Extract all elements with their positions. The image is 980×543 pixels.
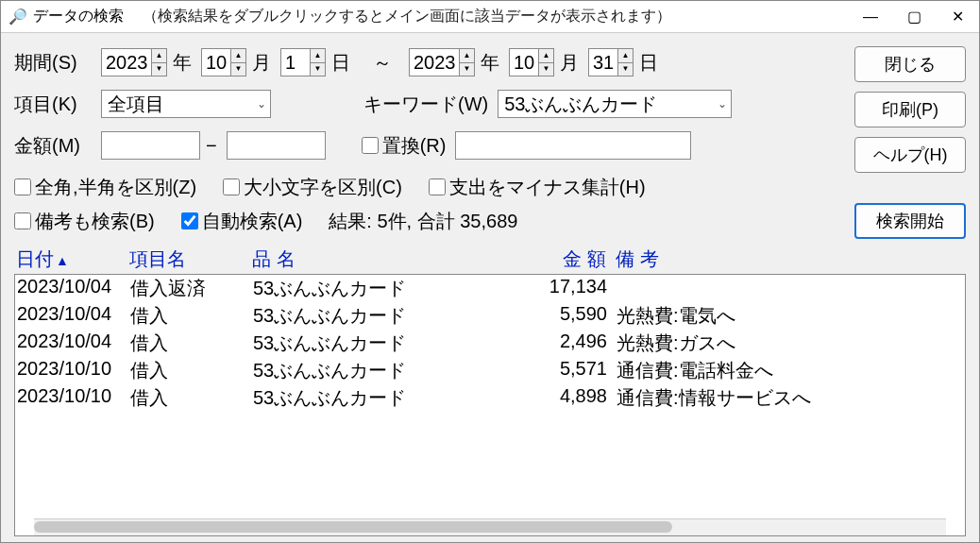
table-row[interactable]: 2023/10/04借入53ぶんぶんカード2,496光熱費:ガスへ: [15, 330, 965, 357]
down-icon[interactable]: ▼: [311, 63, 325, 76]
cell-item: 借入: [130, 358, 253, 383]
horizontal-scrollbar[interactable]: [34, 518, 946, 535]
up-icon[interactable]: ▲: [460, 49, 474, 63]
up-icon[interactable]: ▲: [539, 49, 553, 63]
table-row[interactable]: 2023/10/04借入53ぶんぶんカード5,590光熱費:電気へ: [15, 302, 965, 330]
unit-day: 日: [639, 50, 658, 76]
down-icon[interactable]: ▼: [231, 63, 245, 76]
chevron-down-icon: ⌄: [257, 97, 266, 110]
close-window-button[interactable]: ✕: [936, 1, 979, 33]
from-year-input[interactable]: [102, 49, 151, 76]
zenkaku-checkbox[interactable]: [14, 178, 31, 195]
to-month-stepper[interactable]: ▲▼: [509, 48, 554, 76]
down-icon[interactable]: ▼: [539, 63, 553, 76]
to-day-input[interactable]: [589, 49, 617, 76]
cell-memo: 光熱費:電気へ: [607, 303, 963, 329]
to-day-stepper[interactable]: ▲▼: [588, 48, 634, 76]
auto-checkbox[interactable]: [181, 212, 198, 229]
cell-date: 2023/10/10: [17, 385, 130, 411]
cell-item: 借入返済: [130, 276, 253, 301]
cell-amount: 2,496: [513, 331, 607, 356]
table-row[interactable]: 2023/10/10借入53ぶんぶんカード4,898通信費:情報サービスへ: [15, 384, 965, 412]
from-month-stepper[interactable]: ▲▼: [201, 48, 246, 76]
casesens-checkbox[interactable]: [223, 178, 240, 195]
cell-amount: 5,590: [513, 303, 607, 329]
unit-day: 日: [331, 50, 350, 76]
cell-name: 53ぶんぶんカード: [253, 385, 513, 411]
search-button[interactable]: 検索開始: [854, 203, 966, 239]
zenkaku-label: 全角,半角を区別(Z): [35, 175, 196, 200]
expminus-check[interactable]: 支出をマイナス集計(H): [429, 175, 646, 200]
to-month-input[interactable]: [510, 49, 538, 76]
unit-year: 年: [481, 50, 499, 76]
memo-checkbox[interactable]: [14, 212, 31, 229]
keyword-combo-value: 53ぶんぶんカード: [504, 92, 657, 117]
col-name[interactable]: 品 名: [252, 246, 512, 272]
zenkaku-check[interactable]: 全角,半角を区別(Z): [14, 175, 196, 200]
up-icon[interactable]: ▲: [231, 49, 245, 63]
from-day-input[interactable]: [281, 49, 310, 76]
memo-check[interactable]: 備考も検索(B): [14, 209, 155, 234]
unit-month: 月: [560, 50, 579, 76]
keyword-combo[interactable]: 53ぶんぶんカード ⌄: [498, 90, 732, 118]
cell-amount: 5,571: [513, 358, 607, 383]
grid-body[interactable]: 2023/10/04借入返済53ぶんぶんカード17,1342023/10/04借…: [14, 274, 966, 536]
cell-date: 2023/10/04: [17, 303, 130, 329]
up-icon[interactable]: ▲: [618, 49, 633, 63]
replace-check[interactable]: 置換(R): [362, 133, 447, 159]
from-month-input[interactable]: [202, 49, 230, 76]
cell-memo: 光熱費:ガスへ: [607, 331, 963, 356]
col-item[interactable]: 項目名: [129, 246, 252, 272]
up-icon[interactable]: ▲: [311, 49, 325, 63]
unit-month: 月: [252, 50, 271, 76]
titlebar: 🔎 データの検索 （検索結果をダブルクリックするとメイン画面に該当データが表示さ…: [1, 1, 979, 33]
period-tilde: ～: [373, 50, 392, 76]
to-year-stepper[interactable]: ▲▼: [409, 48, 475, 76]
table-row[interactable]: 2023/10/10借入53ぶんぶんカード5,571通信費:電話料金へ: [15, 357, 965, 384]
expminus-checkbox[interactable]: [429, 178, 446, 195]
auto-check[interactable]: 自動検索(A): [181, 209, 303, 234]
cell-date: 2023/10/04: [17, 276, 130, 301]
print-button[interactable]: 印刷(P): [854, 92, 966, 127]
maximize-button[interactable]: ▢: [892, 1, 936, 33]
cell-name: 53ぶんぶんカード: [253, 331, 513, 356]
col-amount[interactable]: 金 額: [512, 246, 606, 272]
amount-from-input[interactable]: [101, 131, 200, 160]
close-button[interactable]: 閉じる: [854, 46, 966, 82]
down-icon[interactable]: ▼: [152, 63, 166, 76]
result-text: 結果: 5件, 合計 35,689: [329, 209, 517, 234]
table-row[interactable]: 2023/10/04借入返済53ぶんぶんカード17,134: [15, 275, 965, 302]
item-combo[interactable]: 全項目 ⌄: [101, 90, 271, 118]
cell-date: 2023/10/10: [17, 358, 130, 383]
minimize-button[interactable]: —: [849, 1, 892, 33]
grid-header: 日付▲ 項目名 品 名 金 額 備 考: [14, 246, 966, 274]
casesens-label: 大小文字を区別(C): [244, 175, 402, 200]
amount-dash: −: [206, 135, 217, 157]
to-year-input[interactable]: [410, 49, 459, 76]
casesens-check[interactable]: 大小文字を区別(C): [223, 175, 402, 200]
replace-checkbox[interactable]: [362, 137, 379, 154]
cell-item: 借入: [130, 303, 253, 329]
up-icon[interactable]: ▲: [152, 49, 166, 63]
auto-label: 自動検索(A): [202, 209, 303, 234]
from-day-stepper[interactable]: ▲▼: [280, 48, 326, 76]
replace-input[interactable]: [455, 131, 691, 160]
scrollbar-thumb[interactable]: [34, 521, 672, 533]
cell-date: 2023/10/04: [17, 331, 130, 356]
cell-name: 53ぶんぶんカード: [253, 303, 513, 329]
down-icon[interactable]: ▼: [618, 63, 633, 76]
col-date[interactable]: 日付▲: [16, 246, 129, 272]
amount-to-input[interactable]: [227, 131, 326, 160]
cell-memo: [607, 276, 963, 301]
cell-amount: 17,134: [513, 276, 607, 301]
app-icon: 🔎: [8, 8, 27, 25]
cell-memo: 通信費:情報サービスへ: [607, 385, 963, 411]
help-button[interactable]: ヘルプ(H): [854, 137, 966, 173]
from-year-stepper[interactable]: ▲▼: [101, 48, 167, 76]
window-hint: （検索結果をダブルクリックするとメイン画面に該当データが表示されます）: [143, 7, 671, 26]
col-memo[interactable]: 備 考: [606, 246, 964, 272]
down-icon[interactable]: ▼: [460, 63, 474, 76]
item-label: 項目(K): [14, 92, 97, 117]
expminus-label: 支出をマイナス集計(H): [449, 175, 646, 200]
cell-item: 借入: [130, 331, 253, 356]
